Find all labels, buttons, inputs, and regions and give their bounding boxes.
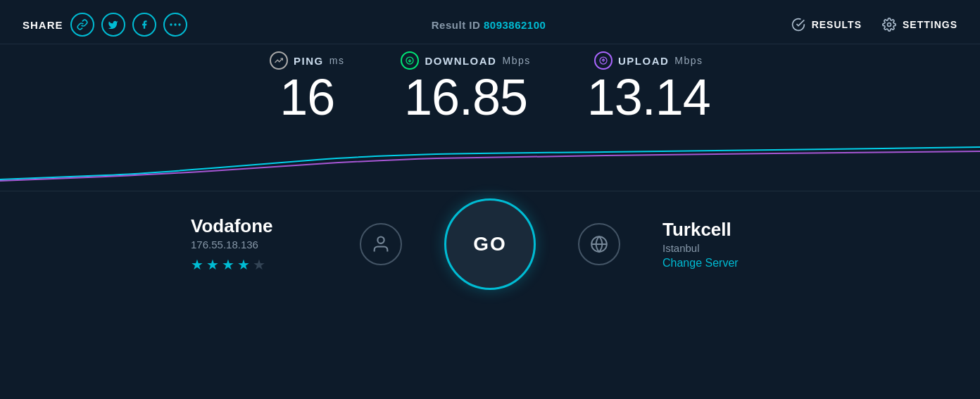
result-id-value: 8093862100	[484, 19, 546, 31]
download-label-group: DOWNLOAD Mbps	[401, 51, 530, 70]
ping-stat: PING ms 16	[270, 51, 344, 125]
result-id-section: Result ID 8093862100	[432, 19, 546, 31]
svg-point-8	[377, 237, 384, 243]
link-icon[interactable]	[70, 13, 94, 37]
upload-label-group: UPLOAD Mbps	[587, 51, 710, 70]
more-icon[interactable]	[163, 13, 187, 37]
star-1: ★	[191, 256, 203, 273]
upload-unit: Mbps	[674, 55, 703, 66]
facebook-icon[interactable]	[132, 13, 156, 37]
speed-chart	[0, 129, 980, 185]
star-3: ★	[222, 256, 234, 273]
share-label: SHARE	[23, 19, 63, 31]
isp-info: Vodafone 176.55.18.136 ★ ★ ★ ★ ★	[191, 215, 318, 273]
results-nav-item[interactable]: RESULTS	[791, 17, 862, 32]
change-server-link[interactable]: Change Server	[662, 257, 789, 270]
download-value: 16.85	[401, 70, 530, 125]
isp-ip: 176.55.18.136	[191, 239, 318, 251]
results-label: RESULTS	[812, 19, 862, 30]
bottom-section: Vodafone 176.55.18.136 ★ ★ ★ ★ ★ GO Turk…	[0, 191, 980, 290]
globe-button[interactable]	[578, 223, 620, 265]
star-2: ★	[206, 256, 219, 273]
avatar-button[interactable]	[360, 223, 402, 265]
isp-name: Vodafone	[191, 215, 318, 237]
svg-point-3	[887, 23, 891, 27]
nav-section: RESULTS SETTINGS	[791, 17, 957, 32]
download-text: DOWNLOAD	[425, 55, 496, 67]
upload-value: 13.14	[587, 70, 710, 125]
upload-text: UPLOAD	[618, 55, 669, 67]
server-info: Turkcell Istanbul Change Server	[662, 219, 789, 270]
upload-stat: UPLOAD Mbps 13.14	[587, 51, 710, 125]
ping-unit: ms	[329, 55, 345, 66]
star-5: ★	[253, 256, 265, 273]
results-icon	[791, 17, 806, 32]
svg-point-0	[170, 23, 172, 25]
ping-text: PING	[294, 55, 324, 67]
result-prefix: Result ID	[432, 19, 484, 31]
share-section: SHARE	[23, 13, 187, 37]
star-4: ★	[237, 256, 250, 273]
isp-stars: ★ ★ ★ ★ ★	[191, 256, 318, 273]
settings-icon	[881, 17, 897, 32]
upload-icon	[594, 51, 612, 70]
download-unit: Mbps	[502, 55, 530, 66]
download-icon	[401, 51, 419, 70]
ping-label-group: PING ms	[270, 51, 344, 70]
server-name: Turkcell	[662, 219, 789, 241]
svg-point-2	[178, 23, 180, 25]
server-city: Istanbul	[662, 242, 789, 254]
header: SHARE Result ID 8093862100	[0, 0, 980, 44]
ping-value: 16	[270, 70, 344, 125]
download-stat: DOWNLOAD Mbps 16.85	[401, 51, 530, 125]
svg-point-1	[174, 23, 176, 25]
settings-label: SETTINGS	[903, 19, 957, 30]
twitter-icon[interactable]	[101, 13, 125, 37]
go-label: GO	[473, 233, 507, 255]
go-button[interactable]: GO	[444, 198, 536, 290]
settings-nav-item[interactable]: SETTINGS	[881, 17, 957, 32]
ping-icon	[270, 51, 288, 70]
stats-section: PING ms 16 DOWNLOAD Mbps 16.85	[0, 44, 980, 129]
